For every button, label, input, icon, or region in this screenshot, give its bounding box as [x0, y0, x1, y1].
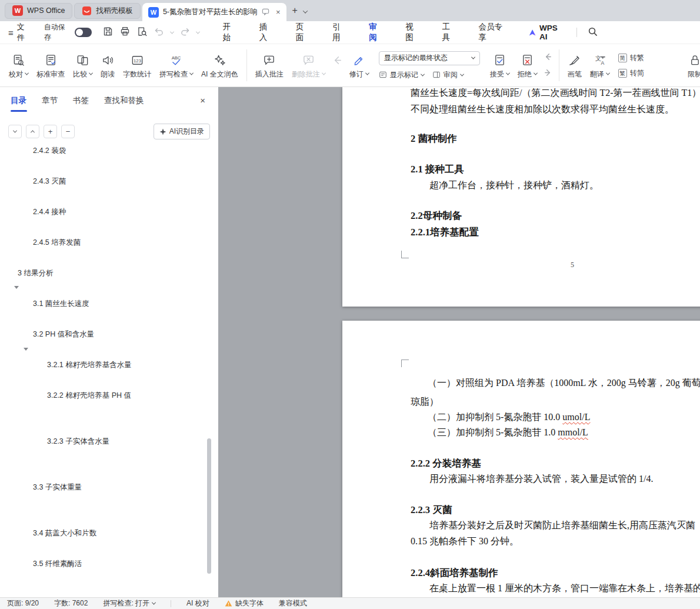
demote-button[interactable]: −	[61, 125, 75, 138]
outline-item[interactable]: 3.2.2 棉籽壳培养基 PH 值	[47, 391, 131, 401]
show-markup-button[interactable]: 显示标记	[379, 70, 424, 80]
new-tab-button[interactable]: +	[292, 5, 298, 16]
document-canvas[interactable]: 菌丝生长速度=每次线间距/（第二次画线时间 T2-第一茬画线世间 T1） 不同处…	[218, 87, 700, 597]
sidebar-tab-chapters[interactable]: 章节	[42, 95, 58, 106]
menu-membership[interactable]: 会员专享	[478, 18, 508, 46]
to-simplified-button[interactable]: 繁 转简	[618, 68, 644, 78]
sidebar-scrollbar[interactable]	[207, 438, 211, 574]
menu-view[interactable]: 视图	[404, 18, 421, 46]
insert-comment-button[interactable]: 插入批注	[251, 51, 288, 80]
button-label: 审阅	[444, 70, 458, 80]
menu-page[interactable]: 页面	[295, 18, 311, 46]
translate-button[interactable]: 文A 翻译	[586, 51, 614, 80]
ink-button[interactable]: 画笔	[564, 51, 586, 80]
outline-item[interactable]: 3.1 菌丝生长速度	[33, 299, 89, 309]
sidebar-tab-contents[interactable]: 目录	[11, 95, 26, 106]
ai-proofread-button[interactable]: AI 校对	[186, 598, 209, 608]
compat-mode-indicator[interactable]: 兼容模式	[279, 598, 307, 608]
compare-button[interactable]: 比较	[69, 51, 96, 80]
simplified-char-icon: 简	[618, 54, 627, 62]
tab-docer-template[interactable]: 找稻壳模板	[74, 3, 141, 19]
collapse-triangle-icon[interactable]	[24, 348, 28, 351]
previous-comment-button[interactable]	[329, 51, 345, 80]
menu-reference[interactable]: 引用	[331, 18, 348, 46]
expand-all-button[interactable]	[26, 125, 39, 138]
menu-insert[interactable]: 插入	[258, 18, 275, 46]
menu-review[interactable]: 审阅	[368, 18, 384, 46]
heading: 2.1 接种工具	[411, 164, 464, 175]
sidebar-tab-bookmarks[interactable]: 书签	[73, 95, 89, 106]
restrict-editing-button[interactable]: 限制	[684, 51, 700, 80]
redo-icon[interactable]	[179, 26, 191, 39]
text-boundary-mark	[401, 251, 409, 258]
outline-item[interactable]: 3.3 子实体重量	[33, 482, 82, 492]
markup-state-dropdown[interactable]: 显示标记的最终状态	[379, 51, 480, 65]
document-page-5[interactable]: 菌丝生长速度=每次线间距/（第二次画线时间 T2-第一茬画线世间 T1） 不同处…	[342, 87, 700, 307]
standard-review-button[interactable]: 标准审查	[32, 51, 69, 80]
outline-item[interactable]: 3.2.1 棉籽壳培养基含水量	[47, 360, 132, 370]
file-menu-button[interactable]: ≡ 文件	[8, 22, 31, 43]
previous-change-icon[interactable]	[544, 52, 552, 63]
paragraph: 菌丝生长速度=每次线间距/（第二次画线时间 T2-第一茬画线世间 T1）	[411, 87, 700, 99]
autosave-toggle[interactable]	[75, 28, 91, 37]
print-icon[interactable]	[119, 26, 131, 39]
heading: 2 菌种制作	[411, 133, 456, 145]
tab-list-chevron-icon[interactable]	[304, 6, 307, 15]
delete-comment-button[interactable]: 删除批注	[288, 51, 329, 80]
insert-comment-icon	[262, 54, 276, 68]
wps-ai-button[interactable]: WPS AI	[528, 24, 566, 41]
spellcheck-status[interactable]: 拼写检查: 打开	[103, 598, 155, 608]
redo-chevron-icon[interactable]	[195, 29, 199, 34]
reject-button[interactable]: 拒绝	[514, 51, 541, 80]
warning-label: 缺失字体	[235, 598, 264, 608]
collapse-all-button[interactable]	[8, 125, 22, 138]
review-pane-button[interactable]: 审阅	[432, 70, 464, 80]
accept-button[interactable]: 接受	[486, 51, 514, 80]
undo-chevron-icon[interactable]	[169, 29, 174, 34]
divider	[171, 600, 171, 607]
to-traditional-button[interactable]: 简 转繁	[618, 53, 644, 63]
close-sidebar-icon[interactable]: ×	[200, 95, 205, 105]
outline-item[interactable]: 2.4.2 装袋	[33, 146, 66, 156]
divider	[559, 49, 559, 81]
outline-item[interactable]: 2.4.5 培养发菌	[33, 238, 81, 248]
outline-item[interactable]: 3.2 PH 值和含水量	[33, 330, 94, 340]
menu-home[interactable]: 开始	[222, 18, 238, 46]
proofread-button[interactable]: 校对	[5, 51, 32, 80]
outline-item[interactable]: 2.4.3 灭菌	[33, 177, 66, 187]
outline-item[interactable]: 3.5 纤维素酶活	[33, 559, 82, 569]
track-changes-button[interactable]: 修订	[345, 51, 373, 80]
missing-font-warning[interactable]: 缺失字体	[225, 598, 264, 608]
markup-controls: 显示标记的最终状态 显示标记 审阅	[379, 51, 480, 80]
ai-polish-button[interactable]: AI 全文润色	[197, 51, 242, 80]
paragraph: （一）对照组为 PDA 培养基（1000mL 水，200g 马铃薯，20g 葡萄	[428, 377, 700, 389]
button-label: 校对	[9, 71, 23, 78]
tab-wps-office[interactable]: W WPS Office	[5, 3, 72, 19]
undo-icon[interactable]	[154, 26, 165, 39]
button-label: 拒绝	[518, 71, 532, 78]
outline-item[interactable]: 3.4 菇盖大小和片数	[33, 528, 96, 538]
menu-tools[interactable]: 工具	[441, 18, 457, 46]
outline-item[interactable]: 3 结果分析	[18, 268, 53, 278]
warning-icon	[225, 600, 232, 607]
outline-item[interactable]: 2.4.4 接种	[33, 207, 66, 217]
next-change-icon[interactable]	[544, 68, 552, 79]
sidebar-tab-find-replace[interactable]: 查找和替换	[104, 95, 144, 106]
search-icon[interactable]	[588, 26, 598, 38]
button-label: 接受	[490, 71, 504, 78]
print-preview-icon[interactable]	[136, 26, 148, 39]
document-page-6[interactable]: （一）对照组为 PDA 培养基（1000mL 水，200g 马铃薯，20g 葡萄…	[342, 321, 700, 597]
page-indicator[interactable]: 页面: 9/20	[7, 598, 39, 608]
close-tab-icon[interactable]: ×	[276, 8, 281, 16]
outline-item[interactable]: 3.2.3 子实体含水量	[47, 437, 109, 447]
word-count-indicator[interactable]: 字数: 7602	[54, 598, 88, 608]
spell-check-button[interactable]: ABC 拼写检查	[155, 51, 197, 80]
save-icon[interactable]	[102, 26, 114, 39]
collapse-triangle-icon[interactable]	[14, 286, 19, 289]
ai-recognize-toc-button[interactable]: AI识别目录	[154, 124, 210, 139]
promote-button[interactable]: +	[44, 125, 57, 138]
comment-badge-icon	[262, 8, 269, 17]
word-count-button[interactable]: 123 字数统计	[119, 51, 155, 80]
button-label: 标准审查	[36, 71, 65, 78]
read-aloud-button[interactable]: 朗读	[96, 51, 119, 80]
